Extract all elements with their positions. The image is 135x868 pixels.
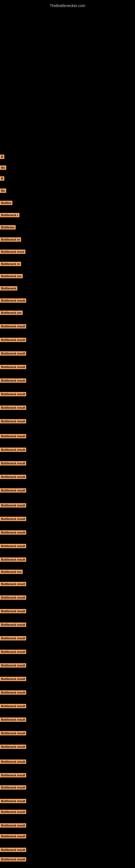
bottleneck-item: Bottleneck result	[0, 488, 26, 494]
bottleneck-label: Bottleneck result	[0, 447, 26, 452]
bottleneck-label: Bottleneck result	[0, 378, 26, 383]
bottleneck-item: Bottleneck result	[0, 663, 26, 669]
bottleneck-item: Bottleneck result	[0, 365, 26, 370]
bottleneck-label: Bottleneck result	[0, 799, 26, 803]
bottleneck-item: Bottleneck result	[0, 434, 26, 439]
bottleneck-label: Bottleneck result	[0, 299, 26, 303]
bottleneck-label: Bottleneck result	[0, 544, 26, 548]
bottleneck-item: Bottlen	[0, 201, 12, 206]
bottleneck-label: Bottleneck result	[0, 760, 26, 764]
bottleneck-label: Bottleneck result	[0, 475, 26, 479]
bottleneck-label: Bottleneck result	[0, 773, 26, 777]
bottleneck-label: Bottleneck result	[0, 488, 26, 493]
bottleneck-item: Bo	[0, 165, 6, 171]
bottleneck-item: Bottleneck result	[0, 785, 26, 791]
bottleneck-label: Bottleneck result	[0, 636, 26, 641]
bottleneck-label: Bottleneck resul	[0, 250, 26, 254]
bottleneck-label: Bottleneck result	[0, 503, 26, 507]
bottleneck-label: Bottleneck result	[0, 365, 26, 369]
bottleneck-item: B	[0, 176, 4, 182]
bottleneck-label: Bottleneck result	[0, 338, 26, 342]
bottleneck-item: Bottleneck result	[0, 299, 26, 304]
bottleneck-item: Bottleneck result	[0, 650, 26, 655]
bottleneck-item: Bottleneck result	[0, 834, 26, 839]
bottleneck-item: Bottleneck resul	[0, 250, 26, 255]
bottleneck-label: Bottleneck result	[0, 690, 26, 695]
bottleneck-item: Bottleneck result	[0, 622, 26, 628]
bottleneck-label: Bottleneck result	[0, 622, 26, 627]
bottleneck-label: Bottleneck re	[0, 262, 21, 266]
bottleneck-item: Bottleneck result	[0, 731, 26, 737]
bottleneck-item: Bottleneck result	[0, 690, 26, 696]
bottleneck-item: Bottleneck result	[0, 419, 26, 425]
bottleneck-label: B	[0, 176, 4, 181]
bottleneck-label: Bottleneck result	[0, 461, 26, 465]
bottleneck-label: Bottleneck result	[0, 324, 26, 329]
bottleneck-item: Bottleneck result	[0, 810, 26, 815]
bottleneck-label: Bottleneck result	[0, 392, 26, 396]
bottleneck-label: Bottleneck result	[0, 731, 26, 735]
bottleneck-item: Bottleneck result	[0, 461, 26, 467]
bottleneck-item: Bottleneck result	[0, 503, 26, 508]
bottleneck-item: Bottleneck result	[0, 392, 26, 397]
bottleneck-label: Bottleneck result	[0, 823, 26, 828]
bottleneck-label: Bottleneck result	[0, 810, 26, 814]
bottleneck-label: Bottleneck result	[0, 434, 26, 438]
bottleneck-item: Bottleneck res	[0, 569, 23, 575]
bottleneck-item: Bottleneck result	[0, 636, 26, 642]
bottleneck-label: Bottleneck result	[0, 405, 26, 410]
bottleneck-item: Bottleneck result	[0, 857, 26, 863]
bottleneck-label: B	[0, 155, 4, 159]
bottleneck-label: Bottleneck result	[0, 582, 26, 586]
bottleneck-label: Bottlenec	[0, 225, 16, 229]
bottleneck-item: Bottleneck result	[0, 704, 26, 709]
bottleneck-label: Bottleneck result	[0, 419, 26, 424]
site-title: TheBottlenecker.com	[0, 1, 135, 10]
bottleneck-label: Bottleneck result	[0, 704, 26, 708]
bottleneck-label: Bottleneck res	[0, 569, 23, 574]
bottleneck-item: Bottleneck result	[0, 823, 26, 829]
bottleneck-item: Bottleneck result	[0, 557, 26, 563]
bottleneck-item: Bottleneck result	[0, 405, 26, 411]
bottleneck-item: Bottleneck re	[0, 262, 21, 267]
bottleneck-item: Bottleneck result	[0, 799, 26, 804]
bottleneck-label: Bottleneck result	[0, 663, 26, 668]
bottleneck-item: Bottleneck r	[0, 213, 19, 218]
bottleneck-item: Bottleneck result	[0, 717, 26, 723]
bottleneck-label: Bottleneck result	[0, 517, 26, 521]
bottleneck-item: Bo	[0, 188, 6, 194]
bottleneck-item: Bottleneck result	[0, 447, 26, 453]
bottleneck-item: Bottleneck result	[0, 378, 26, 384]
bottleneck-label: Bottleneck	[0, 286, 17, 290]
bottleneck-label: Bo	[0, 165, 6, 170]
bottleneck-item: Bottleneck result	[0, 544, 26, 549]
bottleneck-item: Bottleneck result	[0, 745, 26, 750]
bottleneck-label: Bottleneck result	[0, 609, 26, 613]
bottleneck-item: Bottleneck result	[0, 773, 26, 778]
bottleneck-label: Bottleneck result	[0, 717, 26, 722]
bottleneck-label: Bo	[0, 188, 6, 193]
bottleneck-item: Bottleneck result	[0, 677, 26, 682]
bottleneck-item: Bottleneck result	[0, 848, 26, 853]
bottleneck-item: Bottleneck res	[0, 311, 23, 316]
bottleneck-label: Bottleneck result	[0, 530, 26, 535]
bottleneck-item: Bottleneck	[0, 286, 17, 291]
bottleneck-label: Bottleneck result	[0, 677, 26, 681]
bottleneck-label: Bottleneck result	[0, 857, 26, 862]
bottleneck-item: Bottleneck result	[0, 338, 26, 343]
bottleneck-item: Bottleneck result	[0, 351, 26, 357]
bottleneck-label: Bottleneck re	[0, 237, 21, 242]
bottleneck-item: Bottleneck result	[0, 324, 26, 330]
bottleneck-label: Bottleneck result	[0, 848, 26, 852]
bottleneck-label: Bottleneck res	[0, 311, 23, 315]
bottleneck-item: Bottleneck res	[0, 274, 23, 279]
bottleneck-item: Bottleneck re	[0, 237, 21, 243]
bottleneck-label: Bottleneck result	[0, 834, 26, 838]
bottleneck-item: Bottleneck result	[0, 582, 26, 587]
bottleneck-label: Bottleneck result	[0, 785, 26, 789]
bottleneck-label: Bottleneck res	[0, 274, 23, 278]
bottleneck-label: Bottleneck result	[0, 557, 26, 562]
bottleneck-item: Bottleneck result	[0, 530, 26, 536]
bottleneck-label: Bottleneck result	[0, 595, 26, 600]
bottleneck-label: Bottlen	[0, 201, 12, 205]
